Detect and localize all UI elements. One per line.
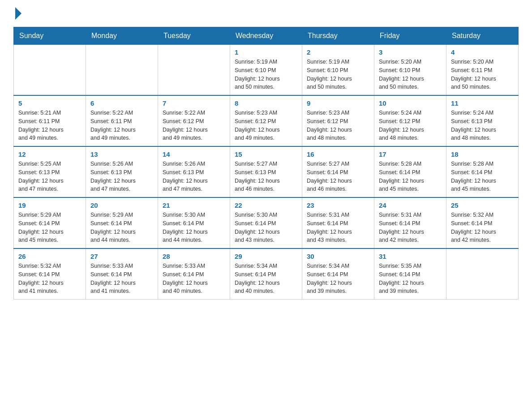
calendar-cell: 6Sunrise: 5:22 AM Sunset: 6:11 PM Daylig… bbox=[86, 95, 158, 146]
calendar-cell: 9Sunrise: 5:23 AM Sunset: 6:12 PM Daylig… bbox=[302, 95, 374, 146]
calendar-header-friday: Friday bbox=[374, 27, 446, 45]
day-number: 13 bbox=[90, 150, 153, 158]
day-info: Sunrise: 5:25 AM Sunset: 6:13 PM Dayligh… bbox=[18, 160, 81, 193]
day-number: 15 bbox=[235, 150, 297, 158]
calendar-cell: 8Sunrise: 5:23 AM Sunset: 6:12 PM Daylig… bbox=[230, 95, 302, 146]
calendar-cell bbox=[14, 45, 86, 96]
logo bbox=[13, 9, 21, 18]
page-header bbox=[13, 9, 519, 18]
day-number: 22 bbox=[235, 201, 297, 209]
calendar-cell: 12Sunrise: 5:25 AM Sunset: 6:13 PM Dayli… bbox=[14, 146, 86, 197]
calendar-cell: 18Sunrise: 5:28 AM Sunset: 6:14 PM Dayli… bbox=[446, 146, 519, 197]
calendar-cell: 1Sunrise: 5:19 AM Sunset: 6:10 PM Daylig… bbox=[230, 45, 302, 96]
day-info: Sunrise: 5:27 AM Sunset: 6:13 PM Dayligh… bbox=[235, 160, 297, 193]
calendar-cell: 11Sunrise: 5:24 AM Sunset: 6:13 PM Dayli… bbox=[446, 95, 519, 146]
day-info: Sunrise: 5:32 AM Sunset: 6:14 PM Dayligh… bbox=[18, 262, 81, 295]
day-number: 6 bbox=[90, 99, 153, 107]
calendar-header-tuesday: Tuesday bbox=[158, 27, 230, 45]
day-number: 8 bbox=[235, 99, 297, 107]
day-info: Sunrise: 5:32 AM Sunset: 6:14 PM Dayligh… bbox=[451, 211, 514, 244]
day-number: 14 bbox=[163, 150, 225, 158]
calendar-cell: 30Sunrise: 5:34 AM Sunset: 6:14 PM Dayli… bbox=[302, 248, 374, 300]
day-number: 30 bbox=[307, 253, 369, 260]
calendar-header-thursday: Thursday bbox=[302, 27, 374, 45]
calendar-week-row: 12Sunrise: 5:25 AM Sunset: 6:13 PM Dayli… bbox=[14, 146, 519, 197]
day-number: 24 bbox=[379, 201, 442, 209]
calendar-cell: 14Sunrise: 5:26 AM Sunset: 6:13 PM Dayli… bbox=[158, 146, 230, 197]
calendar-week-row: 26Sunrise: 5:32 AM Sunset: 6:14 PM Dayli… bbox=[14, 248, 519, 300]
day-number: 27 bbox=[90, 253, 153, 260]
calendar-week-row: 5Sunrise: 5:21 AM Sunset: 6:11 PM Daylig… bbox=[14, 95, 519, 146]
day-number: 29 bbox=[235, 253, 297, 260]
calendar-cell: 26Sunrise: 5:32 AM Sunset: 6:14 PM Dayli… bbox=[14, 248, 86, 300]
logo-arrow-icon bbox=[15, 7, 21, 20]
day-info: Sunrise: 5:28 AM Sunset: 6:14 PM Dayligh… bbox=[451, 160, 514, 193]
day-info: Sunrise: 5:23 AM Sunset: 6:12 PM Dayligh… bbox=[235, 109, 297, 142]
day-info: Sunrise: 5:26 AM Sunset: 6:13 PM Dayligh… bbox=[163, 160, 225, 193]
day-number: 7 bbox=[163, 99, 225, 107]
calendar-week-row: 1Sunrise: 5:19 AM Sunset: 6:10 PM Daylig… bbox=[14, 45, 519, 96]
day-info: Sunrise: 5:29 AM Sunset: 6:14 PM Dayligh… bbox=[90, 211, 153, 244]
calendar-cell: 3Sunrise: 5:20 AM Sunset: 6:10 PM Daylig… bbox=[374, 45, 446, 96]
day-number: 20 bbox=[90, 201, 153, 209]
day-info: Sunrise: 5:34 AM Sunset: 6:14 PM Dayligh… bbox=[307, 262, 369, 295]
day-number: 4 bbox=[451, 48, 514, 56]
calendar-header-monday: Monday bbox=[86, 27, 158, 45]
day-info: Sunrise: 5:33 AM Sunset: 6:14 PM Dayligh… bbox=[163, 262, 225, 295]
calendar-header-wednesday: Wednesday bbox=[230, 27, 302, 45]
calendar-cell: 2Sunrise: 5:19 AM Sunset: 6:10 PM Daylig… bbox=[302, 45, 374, 96]
day-number: 16 bbox=[307, 150, 369, 158]
day-number: 17 bbox=[379, 150, 442, 158]
day-number: 26 bbox=[18, 253, 81, 260]
calendar-cell: 5Sunrise: 5:21 AM Sunset: 6:11 PM Daylig… bbox=[14, 95, 86, 146]
day-info: Sunrise: 5:22 AM Sunset: 6:11 PM Dayligh… bbox=[90, 109, 153, 142]
day-number: 31 bbox=[379, 253, 442, 260]
day-info: Sunrise: 5:23 AM Sunset: 6:12 PM Dayligh… bbox=[307, 109, 369, 142]
calendar-cell: 23Sunrise: 5:31 AM Sunset: 6:14 PM Dayli… bbox=[302, 197, 374, 248]
calendar-header-sunday: Sunday bbox=[14, 27, 86, 45]
calendar-cell: 27Sunrise: 5:33 AM Sunset: 6:14 PM Dayli… bbox=[86, 248, 158, 300]
calendar-cell: 20Sunrise: 5:29 AM Sunset: 6:14 PM Dayli… bbox=[86, 197, 158, 248]
calendar-cell bbox=[158, 45, 230, 96]
calendar-cell: 19Sunrise: 5:29 AM Sunset: 6:14 PM Dayli… bbox=[14, 197, 86, 248]
day-info: Sunrise: 5:29 AM Sunset: 6:14 PM Dayligh… bbox=[18, 211, 81, 244]
calendar-header-row: SundayMondayTuesdayWednesdayThursdayFrid… bbox=[14, 27, 519, 45]
calendar-table: SundayMondayTuesdayWednesdayThursdayFrid… bbox=[13, 27, 519, 300]
day-number: 23 bbox=[307, 201, 369, 209]
calendar-cell: 22Sunrise: 5:30 AM Sunset: 6:14 PM Dayli… bbox=[230, 197, 302, 248]
day-number: 2 bbox=[307, 48, 369, 56]
day-number: 12 bbox=[18, 150, 81, 158]
day-info: Sunrise: 5:30 AM Sunset: 6:14 PM Dayligh… bbox=[235, 211, 297, 244]
day-info: Sunrise: 5:28 AM Sunset: 6:14 PM Dayligh… bbox=[379, 160, 442, 193]
day-info: Sunrise: 5:20 AM Sunset: 6:10 PM Dayligh… bbox=[379, 58, 442, 91]
day-number: 11 bbox=[451, 99, 514, 107]
day-info: Sunrise: 5:31 AM Sunset: 6:14 PM Dayligh… bbox=[307, 211, 369, 244]
day-number: 5 bbox=[18, 99, 81, 107]
day-number: 25 bbox=[451, 201, 514, 209]
day-info: Sunrise: 5:30 AM Sunset: 6:14 PM Dayligh… bbox=[163, 211, 225, 244]
calendar-cell: 16Sunrise: 5:27 AM Sunset: 6:14 PM Dayli… bbox=[302, 146, 374, 197]
day-info: Sunrise: 5:33 AM Sunset: 6:14 PM Dayligh… bbox=[90, 262, 153, 295]
calendar-cell bbox=[86, 45, 158, 96]
day-info: Sunrise: 5:24 AM Sunset: 6:13 PM Dayligh… bbox=[451, 109, 514, 142]
day-number: 19 bbox=[18, 201, 81, 209]
calendar-header-saturday: Saturday bbox=[446, 27, 519, 45]
calendar-cell: 15Sunrise: 5:27 AM Sunset: 6:13 PM Dayli… bbox=[230, 146, 302, 197]
day-number: 3 bbox=[379, 48, 442, 56]
day-info: Sunrise: 5:24 AM Sunset: 6:12 PM Dayligh… bbox=[379, 109, 442, 142]
day-info: Sunrise: 5:21 AM Sunset: 6:11 PM Dayligh… bbox=[18, 109, 81, 142]
day-info: Sunrise: 5:20 AM Sunset: 6:11 PM Dayligh… bbox=[451, 58, 514, 91]
day-info: Sunrise: 5:19 AM Sunset: 6:10 PM Dayligh… bbox=[235, 58, 297, 91]
calendar-week-row: 19Sunrise: 5:29 AM Sunset: 6:14 PM Dayli… bbox=[14, 197, 519, 248]
calendar-cell: 10Sunrise: 5:24 AM Sunset: 6:12 PM Dayli… bbox=[374, 95, 446, 146]
calendar-cell: 4Sunrise: 5:20 AM Sunset: 6:11 PM Daylig… bbox=[446, 45, 519, 96]
day-number: 21 bbox=[163, 201, 225, 209]
day-number: 10 bbox=[379, 99, 442, 107]
calendar-cell: 13Sunrise: 5:26 AM Sunset: 6:13 PM Dayli… bbox=[86, 146, 158, 197]
calendar-cell: 25Sunrise: 5:32 AM Sunset: 6:14 PM Dayli… bbox=[446, 197, 519, 248]
calendar-cell: 7Sunrise: 5:22 AM Sunset: 6:12 PM Daylig… bbox=[158, 95, 230, 146]
calendar-cell: 29Sunrise: 5:34 AM Sunset: 6:14 PM Dayli… bbox=[230, 248, 302, 300]
calendar-cell: 17Sunrise: 5:28 AM Sunset: 6:14 PM Dayli… bbox=[374, 146, 446, 197]
calendar-cell: 28Sunrise: 5:33 AM Sunset: 6:14 PM Dayli… bbox=[158, 248, 230, 300]
day-info: Sunrise: 5:19 AM Sunset: 6:10 PM Dayligh… bbox=[307, 58, 369, 91]
